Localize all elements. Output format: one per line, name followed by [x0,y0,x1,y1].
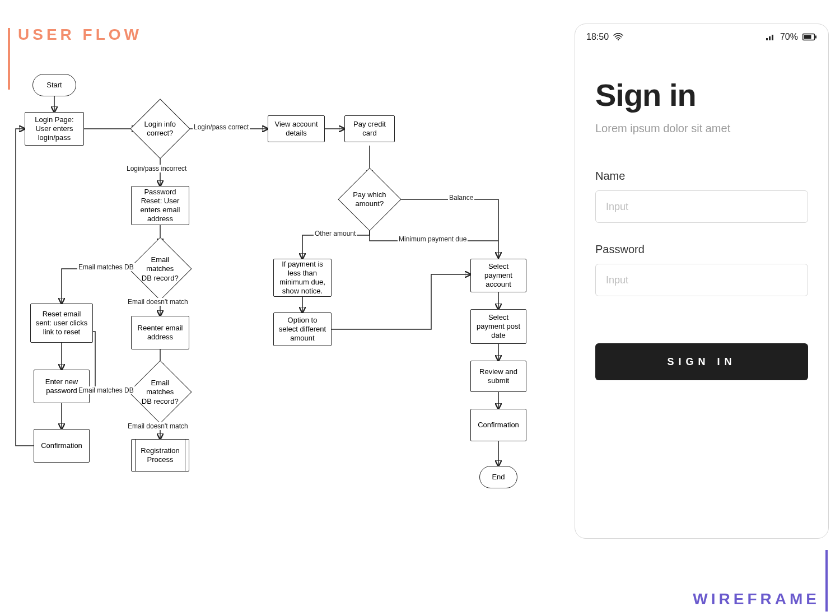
edge-email-matches: Email matches DB [77,263,135,271]
password-input[interactable] [595,264,808,296]
node-login-correct: Login info correct? [130,99,190,158]
section-title-wireframe: WIREFRAME [693,590,820,608]
node-login-page: Login Page: User enters login/pass [25,112,84,146]
node-email-match-1: Email matches DB record? [128,237,192,300]
node-option-diff: Option to select different amount [273,312,332,346]
node-select-date: Select payment post date [470,309,526,344]
node-end: End [479,466,517,488]
accent-bar-left [8,28,10,90]
battery-icon [802,33,817,41]
node-password-reset: Password Reset: User enters email addres… [131,186,189,225]
svg-rect-24 [815,36,817,39]
svg-rect-21 [774,33,776,40]
edge-email-no-match-2: Email doesn't match [127,422,189,430]
status-battery-text: 70% [780,32,798,42]
node-registration-process: Registration Process [131,439,189,472]
edge-email-matches-2: Email matches DB [77,386,135,394]
node-min-notice: If payment is less than minimum due, sho… [273,259,332,297]
accent-bar-right [825,550,828,612]
svg-rect-20 [772,35,773,40]
edge-email-no-match: Email doesn't match [127,298,189,306]
signin-button[interactable]: SIGN IN [595,343,808,380]
svg-rect-18 [766,38,768,40]
name-label: Name [595,170,808,183]
svg-rect-23 [804,35,811,39]
node-reset-sent: Reset email sent: user clicks link to re… [30,304,93,343]
flowchart: Start Login Page: User enters login/pass… [11,67,538,532]
node-start: Start [32,74,76,96]
wifi-icon [613,33,623,41]
node-confirm-reset: Confirmation [34,429,90,463]
node-reenter-email: Reenter email address [131,316,189,349]
edge-min-due: Minimum payment due [398,235,468,243]
signin-title: Sign in [595,77,808,113]
edge-balance: Balance [448,194,474,202]
node-confirm-pay: Confirmation [470,409,526,441]
status-bar: 18:50 70% [575,24,828,46]
node-pay-card: Pay credit card [344,115,395,142]
name-input[interactable] [595,190,808,223]
edge-login-correct: Login/pass correct [193,123,250,131]
svg-rect-19 [769,36,771,40]
node-email-match-2: Email matches DB record? [128,360,192,423]
signin-subtitle: Lorem ipsum dolor sit amet [595,122,808,135]
edge-other-amount: Other amount [314,230,357,237]
signal-icon [766,33,776,41]
edge-login-incorrect: Login/pass incorrect [125,165,188,172]
status-time: 18:50 [586,32,609,42]
node-pay-which: Pay which amount? [338,167,401,231]
section-title-user-flow: USER FLOW [18,26,142,44]
password-label: Password [595,243,808,256]
node-view-account: View account details [268,115,325,142]
node-review: Review and submit [470,361,526,392]
node-select-account: Select payment account [470,259,526,292]
wireframe-phone: 18:50 70% Sign in Lorem ipsum dolor sit … [575,24,829,539]
svg-point-17 [618,39,619,40]
